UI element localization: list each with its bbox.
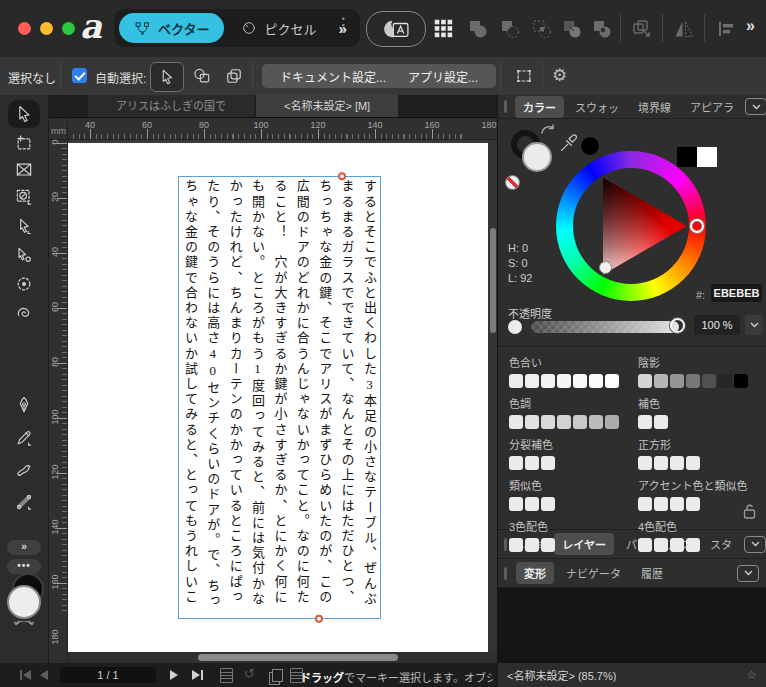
twirl-tool-button[interactable] [14, 304, 34, 324]
panel-grip[interactable] [504, 100, 507, 113]
color-swatch[interactable] [541, 374, 555, 388]
first-page-button[interactable] [20, 670, 31, 680]
fill-color-indicator[interactable] [7, 585, 41, 619]
app-settings-button[interactable]: アプリ設定... [390, 64, 496, 88]
auto-select-checkbox[interactable] [72, 68, 87, 83]
color-swatch[interactable] [702, 374, 716, 388]
color-swatch[interactable] [589, 415, 603, 429]
gradient-tool-button[interactable] [14, 492, 34, 512]
persona-tab-vector[interactable]: ベクター [119, 13, 224, 43]
contour-tool-button[interactable] [14, 245, 34, 265]
color-swatch[interactable] [525, 497, 539, 511]
color-swatch[interactable] [654, 538, 668, 552]
panel-menu-button[interactable] [737, 565, 759, 582]
close-button[interactable] [18, 22, 31, 35]
persona-tab-pixel[interactable]: ピクセル [226, 13, 331, 43]
color-swatch[interactable] [670, 497, 684, 511]
color-swatch[interactable] [686, 497, 700, 511]
color-swatch[interactable] [525, 374, 539, 388]
color-swatch[interactable] [557, 415, 571, 429]
panel-tab[interactable]: 境界線 [630, 96, 679, 118]
zoom-button[interactable] [62, 22, 75, 35]
panel-tab[interactable]: ナビゲータ [558, 562, 629, 584]
color-swatch[interactable] [509, 538, 523, 552]
color-swatch[interactable] [541, 415, 555, 429]
opacity-swatch[interactable] [508, 320, 522, 334]
vertical-scrollbar[interactable] [488, 140, 497, 663]
unlock-icon[interactable] [743, 504, 756, 519]
previous-page-button[interactable] [40, 670, 48, 680]
last-page-button[interactable] [192, 670, 203, 680]
marquee-settings-button[interactable] [508, 62, 540, 90]
pen-tool-button[interactable] [14, 395, 34, 415]
color-swatch[interactable] [525, 538, 539, 552]
eyedropper-icon[interactable] [558, 132, 580, 154]
color-swatch[interactable] [686, 374, 700, 388]
color-swatch[interactable] [605, 415, 619, 429]
document-tab[interactable]: <名称未設定> [M] [256, 95, 398, 117]
color-swatch[interactable] [525, 456, 539, 470]
color-swatch[interactable] [686, 538, 700, 552]
color-swatch[interactable] [654, 415, 668, 429]
color-swatch[interactable] [638, 415, 652, 429]
pencil-tool-button[interactable] [14, 428, 34, 448]
panel-tab[interactable]: カラー [515, 96, 564, 118]
color-swatch[interactable] [541, 497, 555, 511]
panel-grip[interactable] [504, 538, 507, 551]
toolbar-drag-handle-icon[interactable]: ⋮ [334, 13, 353, 36]
auto-select-mode-cursor[interactable] [150, 62, 184, 92]
color-swatch[interactable] [654, 374, 668, 388]
eyedropper-color-well[interactable] [580, 136, 600, 156]
text-frame-handle-top[interactable] [338, 172, 346, 180]
hex-input[interactable]: EBEBEB [711, 284, 762, 302]
swap-fill-stroke-icon[interactable] [12, 621, 36, 633]
no-color-swatch[interactable] [505, 175, 520, 190]
color-swatch[interactable] [638, 456, 652, 470]
node-tool-button[interactable] [14, 216, 34, 236]
panel-tab[interactable]: スウォッ [567, 96, 627, 118]
toolbar-overflow-chevron[interactable]: » [746, 17, 755, 35]
minimize-button[interactable] [40, 22, 53, 35]
color-swatch[interactable] [573, 415, 587, 429]
opacity-dropdown-button[interactable] [745, 315, 763, 335]
panel-grip[interactable] [504, 567, 507, 580]
panel-tab[interactable]: 履歴 [633, 562, 671, 584]
horizontal-scrollbar[interactable] [68, 652, 497, 663]
frame-tool-button[interactable] [14, 160, 34, 180]
text-frame-handle-bottom[interactable] [315, 615, 323, 623]
default-white-swatch[interactable] [697, 147, 717, 167]
document-page[interactable]: するとそこでふと出くわした3本足の小さなテーブル、ぜんぶまるまるガラスでできてい… [68, 143, 497, 652]
duplicate-page-icon[interactable] [268, 669, 283, 682]
color-swatch[interactable] [654, 456, 668, 470]
panel-tab[interactable]: 変形 [516, 562, 554, 584]
panel-menu-button[interactable] [745, 98, 766, 115]
color-swatch[interactable] [638, 497, 652, 511]
color-swatch[interactable] [654, 497, 668, 511]
color-swatch[interactable] [573, 374, 587, 388]
artboard-tool-button[interactable] [14, 133, 34, 153]
fill-swatch[interactable] [522, 142, 552, 172]
hue-selector[interactable] [690, 219, 704, 233]
color-swatch[interactable] [734, 374, 748, 388]
color-swatch[interactable] [686, 456, 700, 470]
color-swatch[interactable] [541, 538, 555, 552]
color-swatch[interactable] [670, 374, 684, 388]
auto-select-mode-object[interactable] [186, 62, 218, 90]
gear-icon[interactable]: ⚙ [552, 65, 567, 86]
color-swatch[interactable] [509, 415, 523, 429]
color-swatch[interactable] [557, 374, 571, 388]
star-icon[interactable]: ☆ [746, 668, 757, 682]
color-swatch[interactable] [670, 538, 684, 552]
color-swatch[interactable] [589, 374, 603, 388]
opacity-slider[interactable] [531, 321, 679, 333]
color-swatch[interactable] [605, 374, 619, 388]
canvas-viewport[interactable]: するとそこでふと出くわした3本足の小さなテーブル、ぜんぶまるまるガラスでできてい… [68, 140, 497, 663]
horizontal-scrollbar-thumb[interactable] [198, 654, 398, 661]
snapping-grid-button[interactable] [432, 17, 454, 39]
opacity-value[interactable]: 100 % [694, 315, 740, 335]
color-swatch[interactable] [638, 538, 652, 552]
color-swatch[interactable] [638, 374, 652, 388]
panel-tab[interactable]: アピアラ [682, 96, 742, 118]
swap-colors-icon[interactable] [540, 124, 556, 136]
color-swatch[interactable] [525, 415, 539, 429]
